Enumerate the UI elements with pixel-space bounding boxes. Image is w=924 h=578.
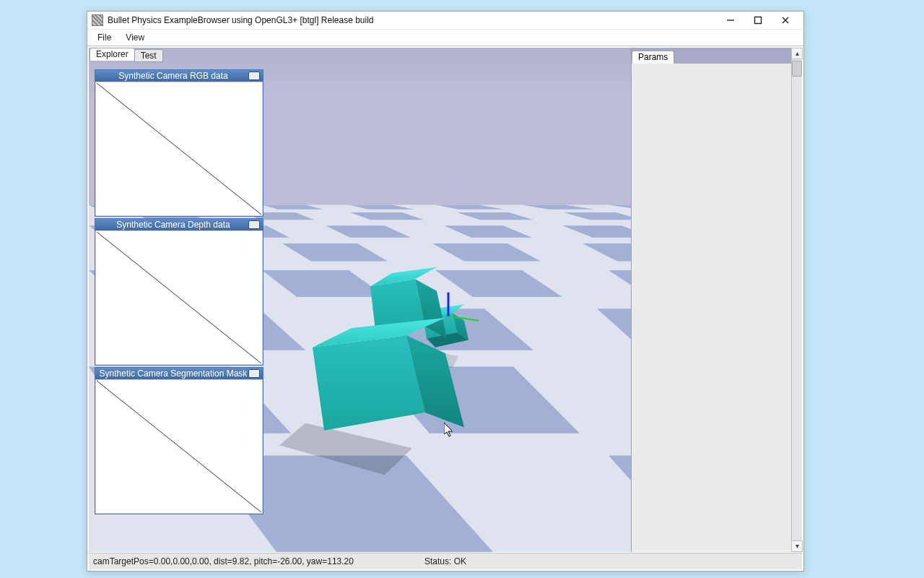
placeholder-diagonal-icon	[95, 230, 263, 365]
menu-view[interactable]: View	[121, 31, 149, 44]
tab-explorer[interactable]: Explorer	[90, 48, 135, 61]
panel-titlebar[interactable]: Synthetic Camera Segmentation Mask	[95, 368, 263, 379]
params-scrollbar[interactable]: ▴ ▾	[791, 48, 802, 552]
panel-title: Synthetic Camera RGB data	[98, 70, 248, 82]
params-tabbar: Params	[632, 51, 674, 64]
panel-synthetic-camera-segmask[interactable]: Synthetic Camera Segmentation Mask	[95, 367, 263, 514]
scroll-down-icon[interactable]: ▾	[791, 540, 803, 552]
client-area: Explorer Test Synthetic Camera RGB data …	[87, 46, 803, 571]
status-camera-info: camTargetPos=0.00,0.00,0.00, dist=9.82, …	[93, 556, 354, 566]
maximize-icon	[754, 16, 762, 25]
panel-body	[95, 82, 263, 216]
scroll-up-icon[interactable]: ▴	[791, 48, 803, 59]
status-ok: Status: OK	[424, 556, 466, 566]
app-icon	[92, 14, 103, 26]
panel-title: Synthetic Camera Segmentation Mask	[98, 368, 248, 379]
placeholder-diagonal-icon	[95, 82, 263, 216]
placeholder-diagonal-icon	[95, 379, 263, 514]
tab-params[interactable]: Params	[632, 51, 674, 64]
panel-body	[95, 379, 263, 514]
panel-synthetic-camera-rgb[interactable]: Synthetic Camera RGB data	[95, 69, 263, 217]
tab-test[interactable]: Test	[134, 49, 163, 62]
panel-titlebar[interactable]: Synthetic Camera Depth data	[95, 219, 263, 230]
menubar: File View	[87, 30, 803, 46]
menu-file[interactable]: File	[93, 31, 116, 44]
close-button[interactable]	[772, 12, 799, 28]
statusbar: camTargetPos=0.00,0.00,0.00, dist=9.82, …	[89, 553, 802, 569]
svg-rect-1	[755, 17, 762, 24]
close-icon	[781, 16, 790, 25]
panel-title: Synthetic Camera Depth data	[98, 219, 248, 230]
panel-titlebar[interactable]: Synthetic Camera RGB data	[95, 70, 263, 82]
maximize-button[interactable]	[744, 12, 772, 28]
panel-body	[95, 230, 263, 365]
minimize-icon	[726, 16, 735, 25]
scroll-thumb[interactable]	[792, 61, 802, 77]
params-panel: Params ▴ ▾	[631, 48, 802, 552]
titlebar[interactable]: Bullet Physics ExampleBrowser using Open…	[87, 12, 803, 30]
panel-collapse-icon[interactable]	[248, 369, 260, 378]
window-title: Bullet Physics ExampleBrowser using Open…	[108, 15, 374, 25]
panel-synthetic-camera-depth[interactable]: Synthetic Camera Depth data	[95, 218, 263, 366]
minimize-button[interactable]	[717, 12, 744, 28]
panel-collapse-icon[interactable]	[248, 72, 260, 80]
app-window: Bullet Physics ExampleBrowser using Open…	[87, 11, 804, 571]
left-tabbar: Explorer Test	[90, 48, 153, 61]
panel-collapse-icon[interactable]	[248, 220, 260, 229]
